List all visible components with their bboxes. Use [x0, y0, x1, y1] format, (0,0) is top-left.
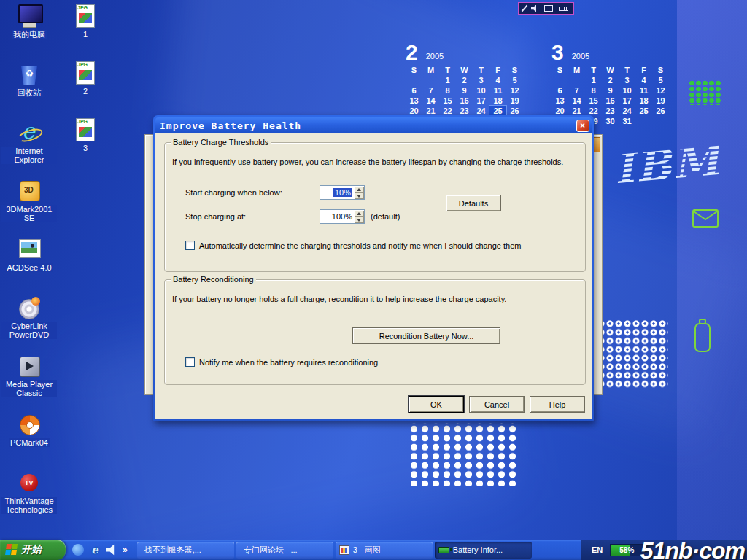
- start-threshold-field[interactable]: 10%: [320, 185, 354, 200]
- calendar-day: 22: [439, 106, 456, 116]
- task-button-4[interactable]: Battery Infor...: [435, 542, 532, 559]
- calendar-day: 21: [568, 106, 585, 116]
- calendar-day: 11: [635, 85, 652, 96]
- desktop-icon-acdsee-40[interactable]: ACDSee 4.0: [1, 235, 57, 293]
- task-button-3[interactable]: 3 - 画图: [336, 542, 433, 559]
- calendar-day: 24: [619, 106, 635, 116]
- language-indicator[interactable]: EN: [592, 545, 603, 554]
- spin-up-button[interactable]: [354, 186, 364, 192]
- desktop-icon-3dmark2001-se[interactable]: 3DMark2001 SE: [1, 176, 57, 235]
- calendar-day: 15: [439, 96, 456, 106]
- desktop-icon-thinkvantage-technologies[interactable]: ThinkVantage Technologies: [1, 468, 57, 526]
- spin-down-button[interactable]: [354, 192, 364, 199]
- calendar-dow-cell: M: [568, 65, 585, 75]
- calendar-day: [551, 75, 568, 85]
- task-button-2[interactable]: 专门网论坛 - ...: [236, 542, 333, 559]
- jpg-icon-list: JPG1JPG2JPG3: [69, 1, 102, 172]
- volume-icon[interactable]: [531, 5, 538, 12]
- battery-icon-decoration: [690, 318, 715, 354]
- desktop-icon-label: CyberLink PowerDVD: [1, 322, 57, 339]
- calendar-day: 30: [602, 116, 619, 126]
- auto-determine-checkbox[interactable]: [185, 241, 195, 250]
- calendar-day: 14: [568, 96, 585, 106]
- task-button-1[interactable]: 找不到服务器,...: [137, 542, 234, 559]
- my-computer-icon: [17, 4, 42, 28]
- desktop-icon-my-computer[interactable]: 我的电脑: [1, 1, 57, 60]
- desktop-icon-pcmark04[interactable]: PCMark04: [1, 410, 57, 468]
- calendar-day: [652, 116, 669, 126]
- desktop-icon-recycle-bin[interactable]: 回收站: [1, 60, 57, 118]
- calendar-day: 19: [506, 96, 523, 106]
- calendar-day: 18: [635, 96, 652, 106]
- calendar-day: 18: [489, 96, 506, 106]
- calendar-month-header: 22005: [406, 38, 523, 63]
- jpg-icon-label: 1: [82, 30, 89, 39]
- keyboard-icon[interactable]: [559, 7, 568, 11]
- recondition-battery-button[interactable]: Recondition Battery Now...: [352, 327, 500, 344]
- jpg-thumbnail: [79, 127, 92, 137]
- battery-indicator[interactable]: 58%: [610, 544, 643, 556]
- start-threshold-value: 10%: [333, 188, 352, 197]
- start-button[interactable]: 开始: [0, 540, 66, 560]
- thinkvantage-technologies-icon: [17, 471, 42, 494]
- internet-explorer-launcher-icon[interactable]: e: [89, 544, 101, 556]
- calendar-day: 17: [473, 96, 489, 106]
- quick-launch-overflow-button[interactable]: »: [123, 545, 128, 555]
- calendar-day: 6: [551, 85, 568, 96]
- wallpaper-grid-icon: [689, 80, 721, 105]
- cyberlink-powerdvd-icon: [17, 296, 42, 319]
- pen-icon[interactable]: [522, 5, 528, 12]
- desktop-icon-jpg-file-1[interactable]: JPG1: [69, 1, 102, 58]
- close-icon[interactable]: ×: [576, 120, 589, 132]
- dialog-titlebar[interactable]: Improve Battery Health ×: [155, 117, 592, 133]
- battery-task-icon: [438, 547, 449, 553]
- display-icon[interactable]: [544, 5, 553, 12]
- calendar-day: 13: [551, 96, 568, 106]
- jpg-icon-label: 2: [82, 87, 89, 96]
- paint-task-icon: [339, 545, 349, 555]
- desktop-icon-label: 3DMark2001 SE: [1, 205, 57, 222]
- calendar-day: 26: [652, 106, 669, 116]
- desktop-icon-label: Media Player Classic: [1, 380, 57, 397]
- cancel-button[interactable]: Cancel: [469, 396, 525, 413]
- calendar-day: 7: [568, 85, 585, 96]
- calendar-year: 2005: [568, 52, 589, 61]
- internet-explorer-icon: [17, 121, 42, 144]
- calendar-day: [635, 116, 652, 126]
- ok-button[interactable]: OK: [409, 396, 464, 413]
- desktop-icon-jpg-file-2[interactable]: JPG2: [69, 58, 102, 115]
- calendar-dow-row: SMTWTFS: [551, 65, 669, 75]
- media-launcher-icon[interactable]: [72, 544, 84, 556]
- stop-threshold-field[interactable]: 100%: [320, 209, 354, 224]
- calendar-dow-cell: W: [456, 65, 473, 75]
- help-button[interactable]: Help: [530, 396, 585, 413]
- 3dmark2001-se-icon: [17, 179, 42, 203]
- calendar-day: 11: [489, 85, 506, 96]
- calendar-day: 9: [602, 85, 619, 96]
- calendar-month-3: 32005SMTWTFS1234567891011121314151617181…: [551, 38, 669, 126]
- desktop-icon-media-player-classic[interactable]: Media Player Classic: [1, 351, 57, 410]
- stop-threshold-spinner[interactable]: 100%: [320, 209, 365, 224]
- calendar-day: 23: [602, 106, 619, 116]
- desktop-icon-jpg-file-3[interactable]: JPG3: [69, 115, 102, 172]
- calendar-week-row: 12345: [406, 75, 523, 85]
- notify-reconditioning-checkbox[interactable]: [185, 357, 195, 367]
- start-threshold-spinner[interactable]: 10%: [320, 185, 365, 200]
- floating-toolbar[interactable]: [518, 2, 574, 15]
- desktop-icon-cyberlink-powerdvd[interactable]: CyberLink PowerDVD: [1, 293, 57, 351]
- pcmark04-icon: [17, 413, 42, 436]
- calendar-day: 19: [652, 96, 669, 106]
- desktop-icon-internet-explorer[interactable]: Internet Explorer: [1, 118, 57, 176]
- desktop-icon-list: 我的电脑回收站Internet Explorer3DMark2001 SEACD…: [1, 1, 57, 526]
- ibm-wallpaper-logo: IBM: [612, 136, 723, 194]
- calendar-day: 1: [439, 75, 456, 85]
- wallpaper-ring-grid: [597, 319, 668, 388]
- defaults-button[interactable]: Defaults: [446, 195, 501, 211]
- calendar-day: 1: [585, 75, 602, 85]
- spin-down-button[interactable]: [354, 217, 364, 223]
- desktop-icon-label: ACDSee 4.0: [5, 263, 53, 272]
- spin-up-button[interactable]: [354, 210, 364, 217]
- calendar-month-header: 32005: [551, 38, 669, 63]
- volume-launcher-icon[interactable]: [106, 544, 117, 556]
- jpg-file-icon: JPG: [76, 61, 95, 85]
